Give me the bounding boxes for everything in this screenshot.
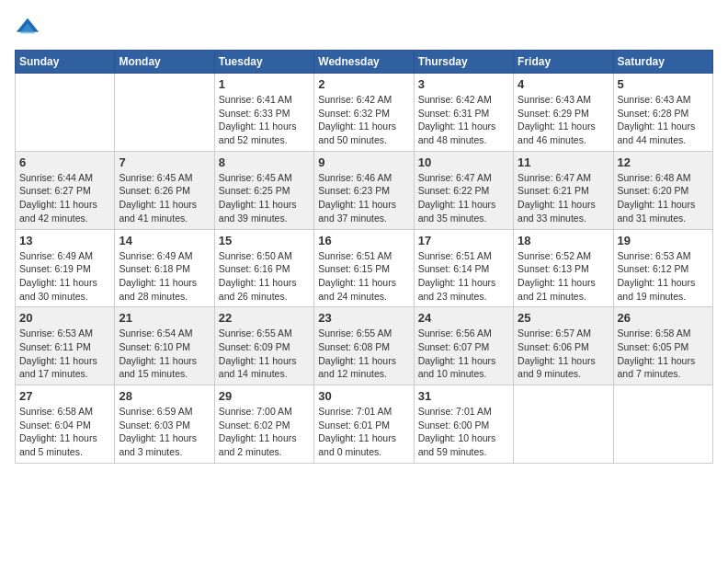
day-info: Sunrise: 7:01 AM Sunset: 6:00 PM Dayligh…	[418, 405, 509, 459]
calendar-cell: 29Sunrise: 7:00 AM Sunset: 6:02 PM Dayli…	[214, 385, 313, 464]
day-number: 22	[219, 311, 310, 325]
day-info: Sunrise: 6:49 AM Sunset: 6:18 PM Dayligh…	[119, 249, 210, 304]
calendar-cell	[16, 74, 115, 152]
calendar-cell: 20Sunrise: 6:53 AM Sunset: 6:11 PM Dayli…	[16, 307, 115, 385]
day-info: Sunrise: 6:47 AM Sunset: 6:21 PM Dayligh…	[518, 171, 609, 225]
day-number: 5	[618, 77, 709, 91]
day-info: Sunrise: 6:47 AM Sunset: 6:22 PM Dayligh…	[418, 171, 509, 225]
day-number: 28	[119, 389, 210, 403]
day-number: 31	[418, 389, 509, 403]
calendar-cell: 6Sunrise: 6:44 AM Sunset: 6:27 PM Daylig…	[16, 151, 115, 229]
calendar-cell: 19Sunrise: 6:53 AM Sunset: 6:12 PM Dayli…	[613, 229, 712, 307]
logo	[15, 15, 44, 40]
logo-icon	[15, 15, 40, 40]
day-number: 14	[119, 234, 210, 247]
calendar-cell: 30Sunrise: 7:01 AM Sunset: 6:01 PM Dayli…	[314, 385, 414, 464]
calendar-header-row: SundayMondayTuesdayWednesdayThursdayFrid…	[16, 51, 713, 74]
day-number: 27	[19, 389, 110, 403]
calendar-cell	[613, 385, 712, 464]
day-info: Sunrise: 6:43 AM Sunset: 6:29 PM Dayligh…	[518, 93, 609, 147]
calendar-cell: 3Sunrise: 6:42 AM Sunset: 6:31 PM Daylig…	[414, 74, 513, 152]
day-number: 4	[518, 77, 609, 91]
day-info: Sunrise: 6:50 AM Sunset: 6:16 PM Dayligh…	[219, 249, 310, 304]
day-number: 3	[418, 77, 509, 91]
day-number: 29	[219, 389, 310, 403]
day-number: 30	[318, 389, 409, 403]
calendar-cell: 9Sunrise: 6:46 AM Sunset: 6:23 PM Daylig…	[314, 151, 414, 229]
day-info: Sunrise: 6:53 AM Sunset: 6:12 PM Dayligh…	[618, 249, 709, 304]
calendar-cell: 18Sunrise: 6:52 AM Sunset: 6:13 PM Dayli…	[514, 229, 613, 307]
day-info: Sunrise: 6:59 AM Sunset: 6:03 PM Dayligh…	[119, 405, 210, 459]
calendar-cell: 26Sunrise: 6:58 AM Sunset: 6:05 PM Dayli…	[613, 307, 712, 385]
calendar-body: 1Sunrise: 6:41 AM Sunset: 6:33 PM Daylig…	[16, 74, 713, 464]
day-number: 15	[219, 234, 310, 247]
day-number: 8	[219, 155, 310, 169]
day-number: 17	[418, 234, 509, 247]
day-number: 7	[119, 155, 210, 169]
calendar-header-thursday: Thursday	[414, 51, 513, 74]
calendar-cell: 15Sunrise: 6:50 AM Sunset: 6:16 PM Dayli…	[214, 229, 313, 307]
day-number: 25	[518, 311, 609, 325]
calendar-cell: 13Sunrise: 6:49 AM Sunset: 6:19 PM Dayli…	[16, 229, 115, 307]
calendar-cell: 1Sunrise: 6:41 AM Sunset: 6:33 PM Daylig…	[214, 74, 313, 152]
day-info: Sunrise: 6:58 AM Sunset: 6:04 PM Dayligh…	[19, 405, 110, 459]
day-info: Sunrise: 6:46 AM Sunset: 6:23 PM Dayligh…	[318, 171, 409, 225]
day-info: Sunrise: 6:53 AM Sunset: 6:11 PM Dayligh…	[19, 327, 110, 381]
day-number: 12	[618, 155, 709, 169]
calendar-table: SundayMondayTuesdayWednesdayThursdayFrid…	[15, 50, 713, 464]
calendar-cell: 5Sunrise: 6:43 AM Sunset: 6:28 PM Daylig…	[613, 74, 712, 152]
calendar-week-row: 27Sunrise: 6:58 AM Sunset: 6:04 PM Dayli…	[16, 385, 713, 464]
calendar-cell: 17Sunrise: 6:51 AM Sunset: 6:14 PM Dayli…	[414, 229, 513, 307]
day-number: 13	[19, 234, 110, 247]
calendar-cell	[514, 385, 613, 464]
calendar-header-wednesday: Wednesday	[314, 51, 414, 74]
calendar-cell: 23Sunrise: 6:55 AM Sunset: 6:08 PM Dayli…	[314, 307, 414, 385]
day-info: Sunrise: 6:58 AM Sunset: 6:05 PM Dayligh…	[618, 327, 709, 381]
page-header	[15, 15, 713, 40]
day-info: Sunrise: 7:01 AM Sunset: 6:01 PM Dayligh…	[318, 405, 409, 459]
day-number: 9	[318, 155, 409, 169]
day-number: 10	[418, 155, 509, 169]
day-info: Sunrise: 6:52 AM Sunset: 6:13 PM Dayligh…	[518, 249, 609, 304]
day-info: Sunrise: 7:00 AM Sunset: 6:02 PM Dayligh…	[219, 405, 310, 459]
day-number: 18	[518, 234, 609, 247]
calendar-cell: 25Sunrise: 6:57 AM Sunset: 6:06 PM Dayli…	[514, 307, 613, 385]
calendar-cell: 27Sunrise: 6:58 AM Sunset: 6:04 PM Dayli…	[16, 385, 115, 464]
calendar-week-row: 6Sunrise: 6:44 AM Sunset: 6:27 PM Daylig…	[16, 151, 713, 229]
calendar-cell: 24Sunrise: 6:56 AM Sunset: 6:07 PM Dayli…	[414, 307, 513, 385]
calendar-header-tuesday: Tuesday	[214, 51, 313, 74]
day-info: Sunrise: 6:51 AM Sunset: 6:15 PM Dayligh…	[318, 249, 409, 304]
calendar-cell: 16Sunrise: 6:51 AM Sunset: 6:15 PM Dayli…	[314, 229, 414, 307]
calendar-header-friday: Friday	[514, 51, 613, 74]
calendar-cell: 2Sunrise: 6:42 AM Sunset: 6:32 PM Daylig…	[314, 74, 414, 152]
day-number: 19	[618, 234, 709, 247]
calendar-cell: 10Sunrise: 6:47 AM Sunset: 6:22 PM Dayli…	[414, 151, 513, 229]
day-info: Sunrise: 6:51 AM Sunset: 6:14 PM Dayligh…	[418, 249, 509, 304]
day-number: 26	[618, 311, 709, 325]
day-info: Sunrise: 6:56 AM Sunset: 6:07 PM Dayligh…	[418, 327, 509, 381]
day-info: Sunrise: 6:55 AM Sunset: 6:08 PM Dayligh…	[318, 327, 409, 381]
calendar-week-row: 1Sunrise: 6:41 AM Sunset: 6:33 PM Daylig…	[16, 74, 713, 152]
calendar-cell	[115, 74, 214, 152]
day-number: 1	[219, 77, 310, 91]
day-info: Sunrise: 6:43 AM Sunset: 6:28 PM Dayligh…	[618, 93, 709, 147]
calendar-cell: 8Sunrise: 6:45 AM Sunset: 6:25 PM Daylig…	[214, 151, 313, 229]
calendar-cell: 12Sunrise: 6:48 AM Sunset: 6:20 PM Dayli…	[613, 151, 712, 229]
day-info: Sunrise: 6:42 AM Sunset: 6:31 PM Dayligh…	[418, 93, 509, 147]
day-info: Sunrise: 6:54 AM Sunset: 6:10 PM Dayligh…	[119, 327, 210, 381]
day-info: Sunrise: 6:55 AM Sunset: 6:09 PM Dayligh…	[219, 327, 310, 381]
day-number: 16	[318, 234, 409, 247]
day-number: 20	[19, 311, 110, 325]
day-number: 23	[318, 311, 409, 325]
day-info: Sunrise: 6:42 AM Sunset: 6:32 PM Dayligh…	[318, 93, 409, 147]
day-number: 11	[518, 155, 609, 169]
calendar-cell: 28Sunrise: 6:59 AM Sunset: 6:03 PM Dayli…	[115, 385, 214, 464]
calendar-cell: 11Sunrise: 6:47 AM Sunset: 6:21 PM Dayli…	[514, 151, 613, 229]
calendar-cell: 21Sunrise: 6:54 AM Sunset: 6:10 PM Dayli…	[115, 307, 214, 385]
day-info: Sunrise: 6:45 AM Sunset: 6:26 PM Dayligh…	[119, 171, 210, 225]
day-info: Sunrise: 6:44 AM Sunset: 6:27 PM Dayligh…	[19, 171, 110, 225]
calendar-header-monday: Monday	[115, 51, 214, 74]
calendar-cell: 7Sunrise: 6:45 AM Sunset: 6:26 PM Daylig…	[115, 151, 214, 229]
day-info: Sunrise: 6:57 AM Sunset: 6:06 PM Dayligh…	[518, 327, 609, 381]
day-number: 24	[418, 311, 509, 325]
